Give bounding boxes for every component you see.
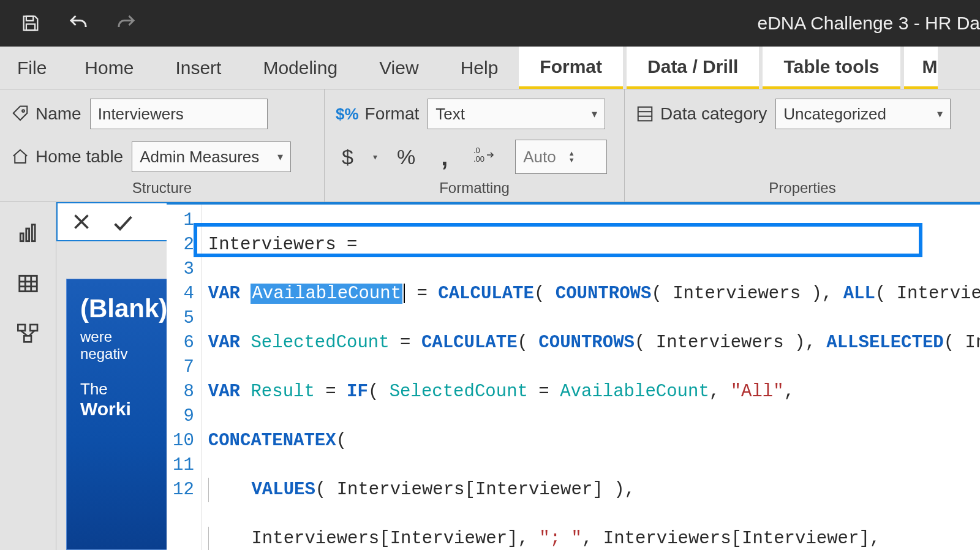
home-table-label: Home table [11,147,123,167]
format-select[interactable]: Text ▾ [428,99,605,129]
group-properties: Data category Uncategorized ▾ Properties [625,89,980,202]
tab-modeling[interactable]: Modeling [242,47,358,89]
group-label-structure: Structure [11,176,313,199]
text-cursor [404,284,405,303]
tab-view[interactable]: View [358,47,439,89]
workspace: (Blank) were negativ The Worki 1 2 3 4 5… [0,202,980,550]
decimals-input[interactable]: Auto ▲▼ [515,140,607,174]
decimals-icon: .0.00 [467,146,502,168]
view-switcher [0,202,56,550]
svg-rect-1 [26,24,35,30]
tab-file[interactable]: File [0,47,64,89]
svg-text:.0: .0 [473,146,480,155]
data-view-icon[interactable] [15,271,41,296]
save-icon[interactable] [18,11,43,36]
svg-point-2 [22,110,24,112]
svg-rect-18 [24,336,31,342]
cancel-button[interactable] [66,211,97,238]
ribbon: Name Home table Admin Measures ▾ Structu… [0,89,980,202]
commit-button[interactable] [108,211,138,241]
chevron-down-icon: ▾ [937,107,943,121]
home-table-select[interactable]: Admin Measures ▾ [132,141,291,172]
format-icon: $% [336,105,359,124]
svg-rect-5 [638,107,652,121]
data-category-label: Data category [636,104,767,124]
line-gutter: 1 2 3 4 5 6 7 8 9 10 11 12 [167,205,202,550]
undo-icon[interactable] [66,11,91,36]
model-view-icon[interactable] [15,321,41,347]
close-icon [70,211,92,233]
measure-name-input[interactable] [90,99,268,129]
comma-button[interactable]: , [435,143,454,171]
group-label-properties: Properties [636,176,969,199]
chevron-down-icon: ▾ [592,107,597,121]
tag-icon [11,105,29,123]
formula-actions [56,202,167,241]
formula-bar: 1 2 3 4 5 6 7 8 9 10 11 12 Interviewers … [56,202,980,550]
svg-rect-8 [20,233,23,241]
currency-button[interactable]: $ [336,145,360,169]
tab-measure-tools[interactable]: M [904,47,938,89]
tab-help[interactable]: Help [440,47,519,89]
code-content[interactable]: Interviewers = VAR AvailableCount = CALC… [202,205,980,550]
chevron-down-icon: ▾ [373,152,377,162]
title-bar: eDNA Challenge 3 - HR Da [0,0,980,47]
spinner-icon[interactable]: ▲▼ [568,150,575,164]
svg-text:.00: .00 [473,154,484,164]
group-formatting: $% Format Text ▾ $ ▾ % , .0.00 Auto ▲▼ [325,89,625,202]
report-view-icon[interactable] [15,220,41,246]
format-label: $% Format [336,104,419,124]
selected-token: AvailableCount [251,284,402,304]
tab-table-tools[interactable]: Table tools [763,47,900,89]
quick-access-toolbar [0,11,138,36]
svg-rect-10 [32,225,35,241]
group-label-formatting: Formatting [336,176,613,199]
check-icon [111,211,135,235]
svg-rect-16 [18,325,25,331]
svg-rect-11 [19,276,37,291]
category-icon [636,105,654,123]
group-structure: Name Home table Admin Measures ▾ Structu… [0,89,325,202]
redo-icon[interactable] [114,11,138,36]
data-category-select[interactable]: Uncategorized ▾ [775,99,951,129]
percent-button[interactable]: % [391,145,421,169]
svg-rect-17 [30,325,37,331]
tab-data-drill[interactable]: Data / Drill [627,47,759,89]
tab-home[interactable]: Home [64,47,154,89]
tab-format[interactable]: Format [519,47,623,89]
tab-insert[interactable]: Insert [154,47,242,89]
svg-rect-0 [26,17,33,21]
ribbon-tabs: File Home Insert Modeling View Help Form… [0,47,980,89]
window-title: eDNA Challenge 3 - HR Da [757,13,980,34]
dax-editor[interactable]: 1 2 3 4 5 6 7 8 9 10 11 12 Interviewers … [167,202,980,550]
name-label: Name [11,104,81,124]
svg-rect-9 [26,228,29,241]
chevron-down-icon: ▾ [277,150,283,164]
home-icon [11,148,29,166]
